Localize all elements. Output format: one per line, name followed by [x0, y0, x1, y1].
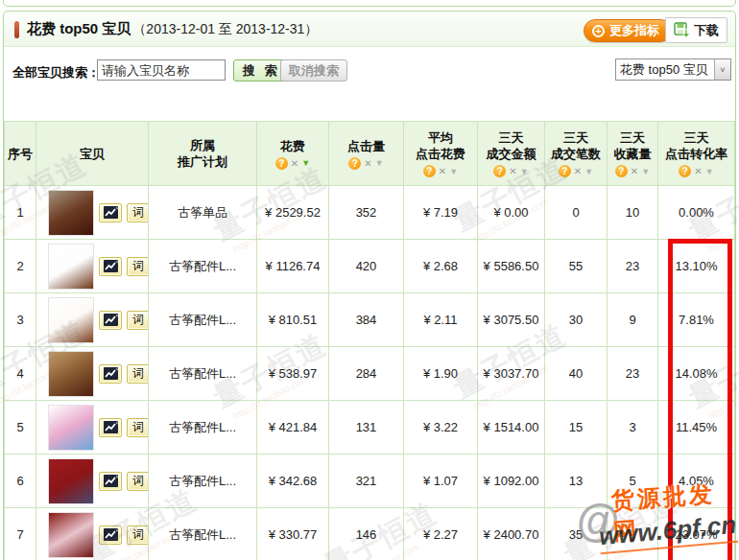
- table-row: 1词古筝单品¥ 2529.52352¥ 7.19¥ 0.000100.00%: [5, 186, 735, 240]
- cell-cost: ¥ 421.84: [257, 401, 329, 455]
- column-label: 序号: [5, 146, 36, 162]
- help-icon[interactable]: ?: [493, 165, 506, 177]
- trend-line-icon: [104, 367, 118, 380]
- search-label: 全部宝贝搜索：: [12, 64, 100, 82]
- cell-cvr: 11.45%: [658, 401, 735, 455]
- help-icon[interactable]: ?: [423, 165, 436, 177]
- sort-icon-group: ?✕▼: [478, 165, 544, 177]
- trend-chart-button[interactable]: [99, 257, 122, 276]
- cell-clicks: 420: [329, 240, 404, 293]
- cell-cost: ¥ 342.68: [257, 455, 329, 508]
- help-icon[interactable]: ?: [615, 165, 628, 177]
- cell-cost: ¥ 1126.74: [257, 240, 329, 293]
- keywords-button[interactable]: 词: [127, 418, 149, 437]
- table-row: 2词古筝配件L...¥ 1126.74420¥ 2.68¥ 5586.50552…: [5, 240, 735, 293]
- cell-item: 词: [36, 186, 149, 240]
- keywords-button[interactable]: 词: [127, 203, 149, 222]
- sort-icon-group: ?✕▼: [608, 165, 657, 177]
- clear-sort-icon[interactable]: ✕: [439, 166, 446, 176]
- product-image[interactable]: [48, 405, 94, 451]
- chevron-down-icon: ˅: [714, 59, 730, 80]
- cell-index: 3: [5, 293, 36, 347]
- column-label: 点击量: [329, 138, 403, 154]
- cell-cvr: 13.10%: [658, 240, 735, 293]
- clear-sort-icon[interactable]: ✕: [291, 158, 298, 169]
- clear-sort-icon[interactable]: ✕: [364, 158, 371, 169]
- help-icon[interactable]: ?: [679, 165, 691, 177]
- table-row: 7词古筝配件L...¥ 330.77146¥ 2.27¥ 2400.703562…: [5, 508, 735, 560]
- clear-sort-icon[interactable]: ✕: [574, 166, 582, 176]
- clear-sort-icon[interactable]: ✕: [694, 166, 702, 176]
- cell-avg-click-cost: ¥ 2.27: [404, 508, 478, 560]
- trend-chart-button[interactable]: [99, 472, 122, 491]
- sort-desc-icon[interactable]: ▼: [375, 158, 384, 168]
- column-label-line: 点击转化率: [658, 146, 734, 162]
- cell-index: 6: [5, 455, 36, 508]
- plus-icon: +: [592, 25, 605, 37]
- table-row: 6词古筝配件L...¥ 342.68321¥ 1.07¥ 1092.001354…: [5, 455, 735, 508]
- trend-chart-button[interactable]: [99, 311, 122, 330]
- title-marker: [14, 21, 19, 38]
- column-label-line: 三天: [658, 129, 734, 146]
- sort-desc-icon[interactable]: ▼: [705, 167, 714, 176]
- product-image[interactable]: [48, 458, 94, 504]
- sort-desc-icon[interactable]: ▼: [301, 158, 310, 168]
- trend-line-icon: [104, 260, 118, 272]
- keywords-button[interactable]: 词: [127, 311, 149, 330]
- column-label-line: 花费: [257, 138, 328, 154]
- cell-index: 4: [5, 347, 36, 401]
- report-type-select[interactable]: 花费 top50 宝贝 ˅: [615, 58, 731, 81]
- column-header-平均点击花费: 平均点击花费?✕▼: [404, 122, 478, 186]
- help-icon[interactable]: ?: [348, 157, 361, 170]
- product-image[interactable]: [48, 244, 94, 290]
- keywords-button[interactable]: 词: [127, 525, 149, 545]
- cell-favorites: 23: [608, 240, 658, 293]
- trend-chart-button[interactable]: [99, 364, 122, 384]
- column-label-line: 成交金额: [478, 146, 544, 162]
- cell-deal-amount: ¥ 3075.50: [478, 293, 545, 347]
- column-header-花费: 花费?✕▼: [257, 122, 329, 186]
- more-metrics-button[interactable]: + 更多指标: [584, 19, 672, 42]
- table-body: 1词古筝单品¥ 2529.52352¥ 7.19¥ 0.000100.00%2词…: [5, 186, 735, 560]
- product-image[interactable]: [48, 351, 94, 397]
- keywords-button[interactable]: 词: [127, 364, 149, 384]
- more-metrics-label: 更多指标: [609, 22, 659, 39]
- sort-desc-icon[interactable]: ▼: [520, 167, 529, 176]
- report-type-value: 花费 top50 宝贝: [616, 61, 714, 79]
- cell-cost: ¥ 2529.52: [257, 186, 329, 240]
- sort-icon-group: ?✕▼: [257, 157, 328, 170]
- trend-chart-button[interactable]: [99, 203, 122, 222]
- sort-desc-icon[interactable]: ▼: [641, 167, 650, 176]
- cell-item: 词: [36, 455, 149, 508]
- trend-line-icon: [104, 206, 118, 219]
- item-search-input[interactable]: [97, 59, 226, 81]
- table-header-row: 序号宝贝所属推广计划花费?✕▼点击量?✕▼平均点击花费?✕▼三天成交金额?✕▼三…: [5, 122, 735, 186]
- column-label-line: 三天: [478, 129, 544, 146]
- cell-index: 2: [5, 240, 36, 293]
- trend-line-icon: [104, 475, 118, 487]
- column-label-line: 三天: [545, 129, 607, 146]
- product-image[interactable]: [48, 297, 94, 343]
- cell-plan: 古筝配件L...: [149, 508, 257, 560]
- download-button[interactable]: 下载: [665, 17, 727, 43]
- trend-chart-button[interactable]: [99, 418, 122, 437]
- download-disk-icon: [674, 22, 690, 38]
- column-label: 平均点击花费: [404, 129, 477, 162]
- product-image[interactable]: [48, 190, 94, 236]
- help-icon[interactable]: ?: [559, 165, 571, 177]
- column-header-三天收藏量: 三天收藏量?✕▼: [608, 122, 658, 186]
- product-image[interactable]: [48, 512, 94, 558]
- column-header-序号: 序号: [5, 122, 36, 186]
- clear-sort-icon[interactable]: ✕: [509, 166, 516, 176]
- help-icon[interactable]: ?: [275, 157, 288, 170]
- cell-deal-count: 30: [545, 293, 608, 347]
- cancel-search-button[interactable]: 取消搜索: [280, 59, 347, 82]
- keywords-button[interactable]: 词: [127, 472, 149, 491]
- sort-desc-icon[interactable]: ▼: [584, 167, 593, 176]
- keywords-button[interactable]: 词: [127, 257, 149, 276]
- sort-desc-icon[interactable]: ▼: [449, 167, 458, 176]
- clear-sort-icon[interactable]: ✕: [631, 166, 638, 176]
- sort-icon-group: ?✕▼: [545, 165, 607, 177]
- date-range: （2013-12-01 至 2013-12-31）: [132, 21, 318, 36]
- trend-chart-button[interactable]: [99, 525, 122, 545]
